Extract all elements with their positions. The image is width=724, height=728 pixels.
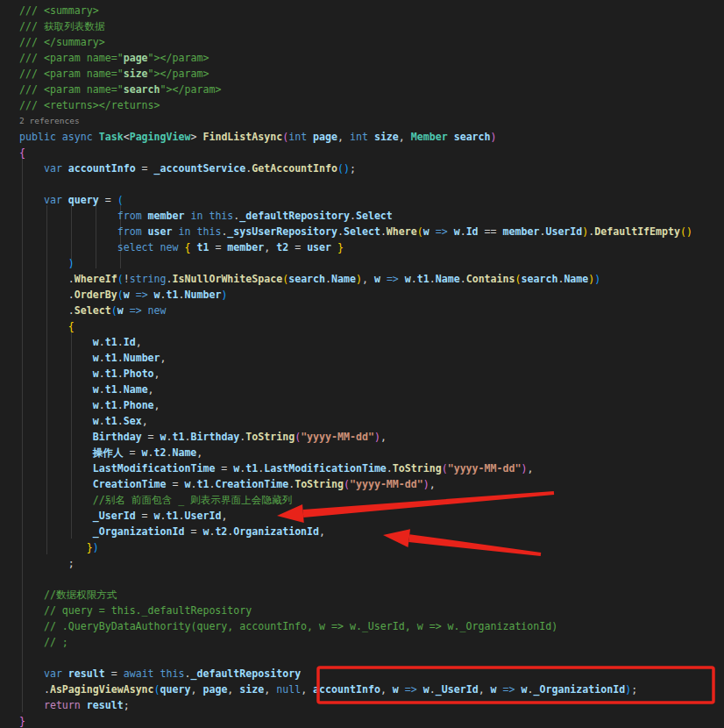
code-line: // .QueryByDataAuthority(query, accountI… bbox=[19, 618, 724, 634]
code-line: var accountInfo = _accountService.GetAcc… bbox=[19, 161, 724, 176]
code-line: }) bbox=[19, 539, 724, 555]
code-line: from user in this._sysUserRepository.Sel… bbox=[19, 224, 724, 239]
code-line: /// <param name="search"></param> bbox=[19, 82, 724, 97]
code-line: .Select(w => new bbox=[19, 303, 724, 318]
code-line bbox=[19, 176, 724, 192]
code-line: //别名 前面包含 _ 则表示界面上会隐藏列 bbox=[19, 492, 724, 508]
code-line: var query = ( bbox=[19, 192, 724, 208]
code-line: /// 获取列表数据 bbox=[19, 18, 724, 34]
code-line: ) bbox=[19, 255, 724, 271]
codelens-references: 2 references bbox=[19, 113, 724, 129]
code-line: w.t1.Number, bbox=[19, 350, 724, 366]
code-line: /// <param name="size"></param> bbox=[19, 66, 724, 82]
code-line: from member in this._defaultRepository.S… bbox=[19, 208, 724, 224]
line-aspagingviewasync: .AsPagingViewAsync(query, page, size, nu… bbox=[19, 682, 724, 697]
code-line: /// <returns></returns> bbox=[19, 97, 724, 113]
code-line: // query = this._defaultRepository bbox=[19, 603, 724, 618]
code-line: w.t1.Name, bbox=[19, 382, 724, 397]
code-line: w.t1.Id, bbox=[19, 334, 724, 350]
code-area[interactable]: /// <summary>/// 获取列表数据/// </summary>///… bbox=[0, 0, 724, 728]
code-line: { bbox=[19, 318, 724, 334]
code-line: 操作人 = w.t2.Name, bbox=[19, 445, 724, 460]
code-line: /// <summary> bbox=[19, 3, 724, 18]
code-line bbox=[19, 650, 724, 666]
code-line bbox=[19, 571, 724, 587]
code-line: var result = await this._defaultReposito… bbox=[19, 666, 724, 682]
line-organizationid-alias: _OrganizationId = w.t2.OrganizationId, bbox=[19, 524, 724, 539]
line-userid-alias: _UserId = w.t1.UserId, bbox=[19, 508, 724, 524]
code-line: LastModificationTime = w.t1.LastModifica… bbox=[19, 460, 724, 476]
code-line: //数据权限方式 bbox=[19, 587, 724, 603]
code-line: /// </summary> bbox=[19, 34, 724, 50]
code-line: .OrderBy(w => w.t1.Number) bbox=[19, 287, 724, 303]
code-line: Birthday = w.t1.Birthday.ToString("yyyy-… bbox=[19, 429, 724, 445]
code-line: /// <param name="page"></param> bbox=[19, 50, 724, 66]
code-line: .WhereIf(!string.IsNullOrWhiteSpace(sear… bbox=[19, 271, 724, 287]
code-line: // ; bbox=[19, 634, 724, 650]
code-line: ; bbox=[19, 555, 724, 571]
code-line: { bbox=[19, 145, 724, 161]
code-line: return result; bbox=[19, 697, 724, 713]
code-line: select new { t1 = member, t2 = user } bbox=[19, 239, 724, 255]
code-line: w.t1.Photo, bbox=[19, 366, 724, 382]
code-line: CreationTime = w.t1.CreationTime.ToStrin… bbox=[19, 476, 724, 492]
code-line: w.t1.Phone, bbox=[19, 397, 724, 413]
code-line: public async Task<PagingView> FindListAs… bbox=[19, 129, 724, 145]
code-editor[interactable]: /// <summary>/// 获取列表数据/// </summary>///… bbox=[0, 0, 724, 728]
code-line: } bbox=[19, 713, 724, 728]
code-line: w.t1.Sex, bbox=[19, 413, 724, 429]
